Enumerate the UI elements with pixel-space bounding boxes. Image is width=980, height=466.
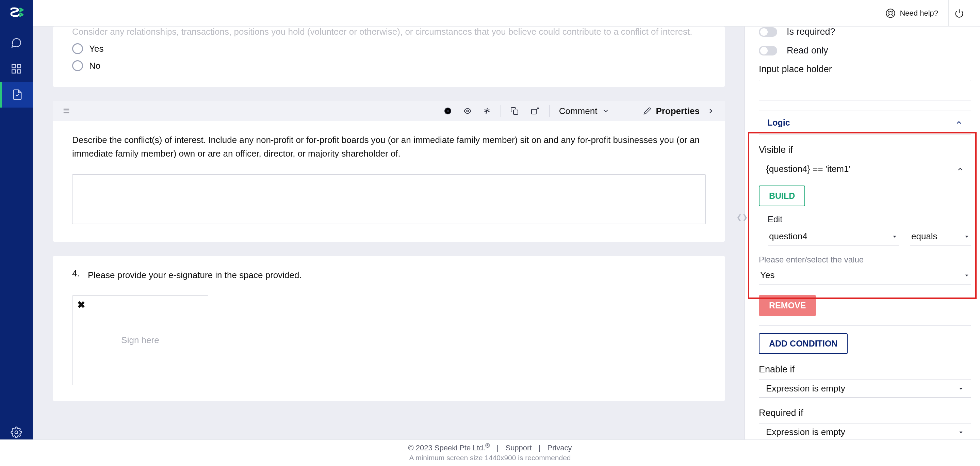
toggle-read-only[interactable]: [759, 46, 777, 56]
radio-no-label: No: [89, 61, 100, 71]
survey-canvas: Consider any relationships, transactions…: [33, 27, 745, 466]
question-number: 4.: [72, 268, 82, 279]
add-to-toolbox-icon[interactable]: [530, 107, 540, 115]
label-visible-if: Visible if: [759, 145, 971, 155]
footer-privacy-link[interactable]: Privacy: [547, 444, 572, 452]
radio-yes[interactable]: [72, 43, 83, 54]
svg-rect-1: [18, 64, 21, 68]
svg-marker-25: [893, 236, 896, 237]
lifebuoy-icon: [885, 8, 896, 18]
question-type-dropdown[interactable]: Comment: [559, 106, 610, 116]
svg-point-4: [15, 431, 18, 434]
condition-value-select[interactable]: Yes: [759, 267, 971, 285]
properties-label: Properties: [656, 106, 700, 116]
logo: [8, 5, 24, 21]
help-label: Need help?: [900, 9, 938, 18]
signature-pad[interactable]: ✖ Sign here: [72, 295, 208, 385]
caret-down-icon: [958, 429, 964, 436]
svg-rect-0: [12, 64, 15, 68]
question-title-signature: Please provide your e-signature in the s…: [88, 268, 302, 282]
condition-question-value: question4: [769, 231, 808, 242]
copy-icon[interactable]: [511, 107, 519, 115]
signature-placeholder: Sign here: [121, 335, 159, 345]
question-helper-text: Consider any relationships, transactions…: [72, 27, 706, 37]
edit-icon: [643, 107, 651, 115]
visible-if-expression[interactable]: {question4} == 'item1': [759, 160, 971, 178]
collapse-panel-button[interactable]: ❮❯: [739, 211, 745, 224]
svg-point-19: [466, 110, 469, 112]
properties-button[interactable]: Properties: [643, 106, 714, 116]
comment-textarea[interactable]: [72, 174, 706, 224]
nav-settings[interactable]: [0, 426, 33, 438]
label-is-required: Is required?: [787, 27, 835, 37]
question-card-coi-yesno: Consider any relationships, transactions…: [53, 27, 725, 87]
caret-down-icon: [964, 233, 970, 239]
enable-if-value: Expression is empty: [766, 383, 845, 394]
remove-button[interactable]: REMOVE: [759, 295, 816, 316]
logic-label: Logic: [767, 118, 790, 128]
enable-if-expression[interactable]: Expression is empty: [759, 380, 971, 397]
svg-line-8: [888, 10, 889, 12]
logout-button[interactable]: [949, 0, 970, 26]
add-condition-button[interactable]: ADD CONDITION: [759, 333, 848, 354]
visible-if-value: {question4} == 'item1': [766, 164, 850, 174]
required-if-value: Expression is empty: [766, 427, 845, 437]
condition-operator-select[interactable]: equals: [910, 228, 971, 246]
question-card-describe[interactable]: Comment Properties Describe the conflict…: [53, 101, 725, 242]
power-icon: [955, 8, 964, 18]
label-read-only: Read only: [787, 45, 828, 56]
section-header-logic[interactable]: Logic: [759, 111, 971, 134]
label-input-placeholder: Input place holder: [759, 64, 971, 75]
radio-yes-label: Yes: [89, 43, 103, 54]
topbar: Need help?: [33, 0, 980, 27]
label-edit: Edit: [759, 214, 971, 224]
caret-down-icon: [964, 272, 970, 278]
required-if-expression[interactable]: Expression is empty: [759, 423, 971, 441]
svg-rect-3: [18, 70, 21, 73]
question-toolbar: Comment Properties: [53, 101, 725, 121]
sidebar-rail: [0, 0, 33, 466]
value-hint: Please enter/select the value: [759, 255, 971, 265]
radio-no[interactable]: [72, 60, 83, 71]
chevron-down-icon: [602, 107, 609, 115]
delete-icon[interactable]: [444, 107, 452, 115]
question-title[interactable]: Describe the conflict(s) of interest. In…: [72, 133, 706, 161]
question-type-label: Comment: [559, 106, 598, 116]
label-required-if: Required if: [759, 408, 971, 418]
caret-down-icon: [891, 233, 898, 239]
input-placeholder-field[interactable]: [759, 80, 971, 101]
nav-survey[interactable]: [0, 56, 33, 82]
svg-line-11: [888, 14, 889, 16]
required-icon[interactable]: [484, 106, 491, 116]
svg-marker-27: [966, 274, 969, 276]
footer-recommendation: A minimum screen size 1440x900 is recomm…: [0, 454, 980, 462]
label-enable-if: Enable if: [759, 364, 971, 375]
condition-operator-value: equals: [911, 231, 937, 242]
caret-down-icon: [958, 386, 964, 392]
svg-rect-2: [12, 70, 15, 73]
footer-copyright: © 2023 Speeki Pte Ltd.: [408, 444, 485, 452]
footer: © 2023 Speeki Pte Ltd.® | Support | Priv…: [0, 439, 980, 466]
svg-line-10: [892, 10, 894, 12]
svg-marker-28: [959, 388, 963, 389]
condition-question-select[interactable]: question4: [768, 228, 899, 246]
toggle-is-required[interactable]: [759, 27, 777, 37]
footer-support-link[interactable]: Support: [505, 444, 531, 452]
build-button[interactable]: BUILD: [759, 185, 805, 206]
clear-signature-icon[interactable]: ✖: [77, 299, 85, 310]
chevron-up-icon: [956, 166, 964, 173]
svg-line-9: [892, 14, 894, 16]
help-button[interactable]: Need help?: [875, 0, 949, 26]
svg-rect-23: [514, 110, 518, 114]
condition-value: Yes: [760, 270, 775, 281]
svg-marker-29: [959, 431, 963, 433]
chevron-right-icon: [707, 107, 714, 115]
drag-handle-icon[interactable]: [62, 107, 71, 115]
svg-point-7: [889, 11, 892, 15]
nav-form[interactable]: [0, 82, 33, 108]
nav-chat[interactable]: [0, 30, 33, 56]
visibility-icon[interactable]: [463, 107, 472, 115]
chevron-up-icon: [955, 119, 963, 126]
svg-rect-24: [531, 109, 536, 114]
question-card-signature[interactable]: 4. Please provide your e-signature in th…: [53, 256, 725, 401]
